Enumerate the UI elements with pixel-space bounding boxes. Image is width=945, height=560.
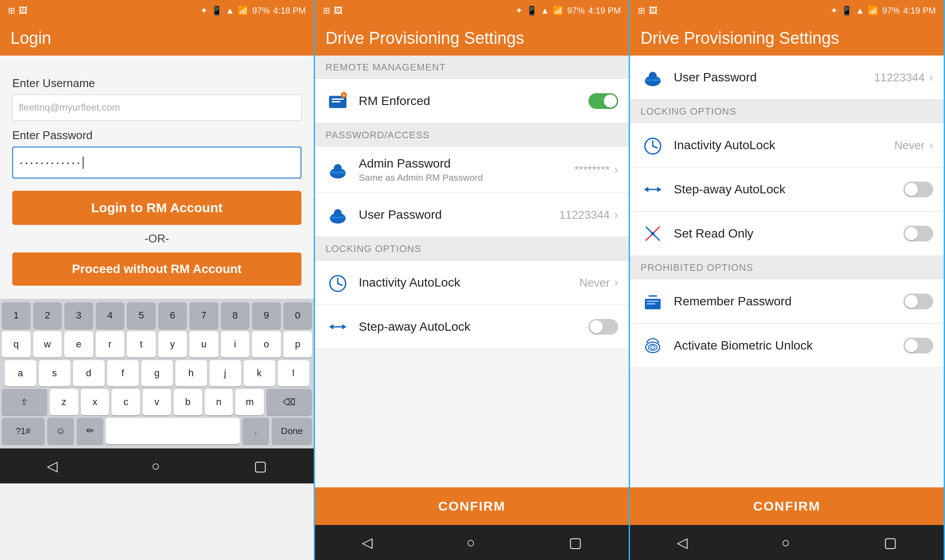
key-symbols[interactable]: ?1# — [2, 418, 45, 444]
step-away-item-2[interactable]: Step-away AutoLock — [315, 305, 629, 349]
login-rm-button[interactable]: Login to RM Account — [12, 191, 301, 225]
key-2[interactable]: 2 — [33, 302, 62, 329]
signal-icon-3: 📶 — [868, 5, 878, 16]
recents-button-3[interactable]: ▢ — [871, 530, 910, 555]
svg-line-25 — [653, 146, 657, 148]
key-period[interactable]: . — [242, 418, 269, 444]
svg-point-11 — [334, 209, 342, 217]
key-6[interactable]: 6 — [158, 302, 187, 329]
password-label: Enter Password — [12, 129, 301, 142]
user-password-item-2[interactable]: User Password 11223344 — [315, 193, 629, 237]
key-i[interactable]: i — [221, 331, 250, 357]
password-input[interactable]: ············ — [12, 147, 301, 178]
key-o[interactable]: o — [252, 331, 281, 357]
svg-text:+: + — [343, 93, 345, 98]
key-r[interactable]: r — [96, 331, 125, 357]
recents-button-1[interactable]: ▢ — [241, 453, 280, 479]
key-shift[interactable]: ⇧ — [2, 389, 47, 415]
confirm-button-2[interactable]: CONFIRM — [315, 487, 629, 525]
key-9[interactable]: 9 — [252, 302, 281, 329]
key-z[interactable]: z — [50, 389, 78, 415]
key-7[interactable]: 7 — [189, 302, 218, 329]
key-done[interactable]: Done — [272, 418, 312, 444]
key-space[interactable] — [106, 418, 240, 444]
section-locking-2: LOCKING OPTIONS — [315, 237, 629, 261]
key-n[interactable]: n — [205, 389, 233, 415]
rm-enforced-icon: + — [326, 89, 350, 113]
status-icons-1: ⊞ 🖼 — [8, 5, 28, 16]
step-away-item-3[interactable]: Step-away AutoLock — [630, 168, 944, 212]
key-pencil[interactable]: ✏ — [77, 418, 103, 444]
svg-rect-34 — [647, 303, 655, 304]
inactivity-autolock-item-3[interactable]: Inactivity AutoLock Never — [630, 123, 944, 168]
clock-icon-2 — [326, 270, 350, 295]
confirm-button-3[interactable]: CONFIRM — [630, 487, 944, 525]
key-0[interactable]: 0 — [284, 302, 312, 329]
key-5[interactable]: 5 — [127, 302, 156, 329]
key-p[interactable]: p — [284, 331, 312, 357]
key-q[interactable]: q — [2, 331, 31, 357]
key-e[interactable]: e — [64, 331, 93, 357]
key-w[interactable]: w — [33, 331, 62, 357]
key-g[interactable]: g — [141, 360, 173, 386]
keyboard-row-bottom: ?1# ☺ ✏ . Done — [2, 418, 312, 444]
battery-percent-1: 97% — [252, 6, 270, 16]
home-button-3[interactable]: ○ — [768, 530, 803, 555]
key-y[interactable]: y — [158, 331, 187, 357]
key-m[interactable]: m — [235, 389, 264, 415]
back-button-1[interactable]: ◁ — [34, 453, 71, 479]
inactivity-autolock-item-2[interactable]: Inactivity AutoLock Never — [315, 261, 629, 305]
back-button-2[interactable]: ◁ — [349, 530, 386, 555]
status-icons-2: ⊞ 🖼 — [323, 5, 343, 16]
biometric-toggle[interactable] — [903, 338, 933, 354]
user-password-item-3[interactable]: User Password 11223344 — [630, 56, 944, 100]
bluetooth-icon-3: ✦ — [830, 5, 838, 16]
recents-button-2[interactable]: ▢ — [556, 530, 595, 555]
step-away-text-3: Step-away AutoLock — [674, 182, 903, 196]
proceed-without-rm-button[interactable]: Proceed without RM Account — [12, 252, 301, 286]
svg-rect-8 — [335, 176, 340, 178]
rm-enforced-toggle[interactable] — [588, 93, 618, 109]
username-input[interactable]: fleetinq@myurfleet.com — [12, 94, 301, 121]
user-password-value-2: 11223344 — [559, 208, 610, 222]
key-3[interactable]: 3 — [64, 302, 93, 329]
step-away-toggle-3[interactable] — [903, 182, 933, 197]
rm-enforced-item[interactable]: + RM Enforced — [315, 79, 629, 123]
biometric-unlock-item[interactable]: Activate Biometric Unlock — [630, 324, 944, 368]
key-8[interactable]: 8 — [221, 302, 250, 329]
key-emoji[interactable]: ☺ — [47, 418, 74, 444]
back-button-3[interactable]: ◁ — [664, 530, 701, 555]
step-away-toggle-2[interactable] — [588, 319, 618, 335]
step-away-text-2: Step-away AutoLock — [359, 320, 588, 334]
key-t[interactable]: t — [127, 331, 156, 357]
right-status-2: ✦ 📱 ▲ 📶 97% 4:19 PM — [515, 5, 621, 16]
key-h[interactable]: h — [175, 360, 207, 386]
key-x[interactable]: x — [81, 389, 109, 415]
key-l[interactable]: l — [278, 360, 309, 386]
admin-password-item[interactable]: Admin Password Same as Admin RM Password… — [315, 147, 629, 193]
svg-marker-28 — [657, 187, 662, 192]
key-j[interactable]: j — [210, 360, 241, 386]
key-backspace[interactable]: ⌫ — [266, 389, 312, 415]
svg-rect-1 — [332, 98, 344, 100]
key-a[interactable]: a — [5, 360, 36, 386]
login-form: Enter Username fleetinq@myurfleet.com En… — [0, 56, 314, 299]
key-s[interactable]: s — [39, 360, 70, 386]
remember-password-item[interactable]: Remember Password — [630, 280, 944, 324]
remember-password-toggle[interactable] — [903, 294, 933, 309]
home-button-1[interactable]: ○ — [138, 454, 173, 479]
grid-icon: ⊞ — [8, 5, 15, 16]
home-button-2[interactable]: ○ — [453, 530, 488, 555]
key-c[interactable]: c — [112, 389, 140, 415]
key-b[interactable]: b — [174, 389, 202, 415]
set-read-only-item[interactable]: Set Read Only — [630, 212, 944, 256]
username-label: Enter Username — [12, 77, 301, 90]
key-4[interactable]: 4 — [96, 302, 125, 329]
key-v[interactable]: v — [143, 389, 171, 415]
key-1[interactable]: 1 — [2, 302, 31, 329]
key-u[interactable]: u — [189, 331, 218, 357]
key-d[interactable]: d — [73, 360, 105, 386]
read-only-toggle[interactable] — [903, 226, 933, 242]
key-f[interactable]: f — [107, 360, 139, 386]
key-k[interactable]: k — [244, 360, 275, 386]
